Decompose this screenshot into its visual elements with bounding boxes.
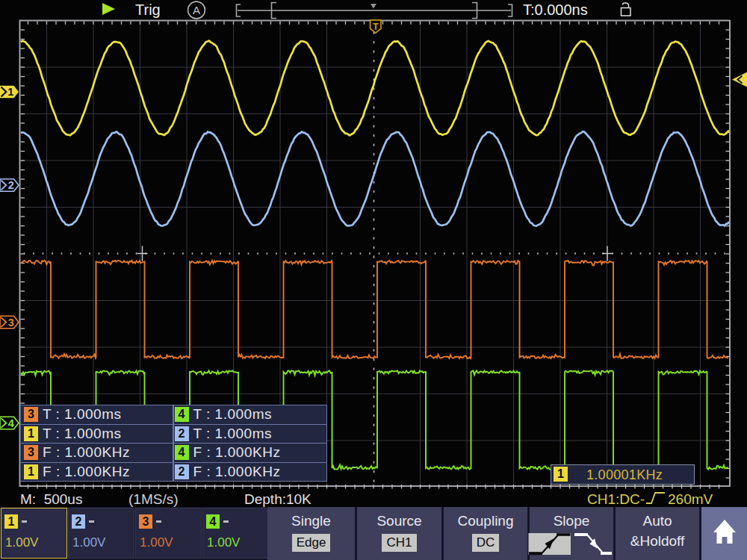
svg-text:4: 4	[8, 417, 14, 429]
svg-text:A: A	[193, 4, 200, 16]
svg-text:1: 1	[7, 86, 13, 98]
svg-text:2: 2	[8, 179, 14, 191]
svg-text:T: T	[373, 21, 379, 32]
svg-text:3: 3	[8, 317, 14, 329]
